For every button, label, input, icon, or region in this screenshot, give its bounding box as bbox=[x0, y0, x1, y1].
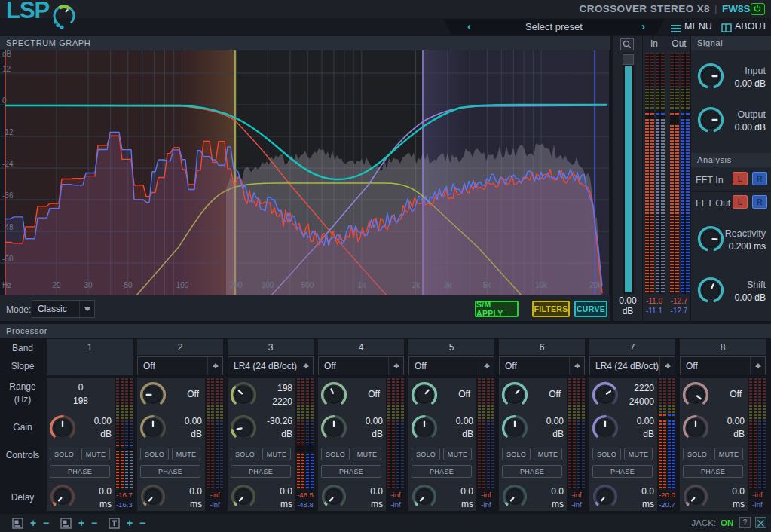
input-value: 0.00 dB bbox=[718, 78, 766, 89]
band-slope-spinner[interactable] bbox=[569, 357, 584, 375]
mode-combo[interactable]: Classic bbox=[32, 300, 95, 318]
window-scale-plus[interactable]: + bbox=[30, 517, 36, 529]
band-number: 3 bbox=[228, 342, 314, 353]
fft-out-left-button[interactable]: L bbox=[733, 195, 748, 209]
menu-icon[interactable] bbox=[671, 23, 681, 36]
band-delay-knob[interactable] bbox=[501, 483, 528, 510]
band-mute-button[interactable]: MUTE bbox=[81, 448, 110, 460]
band-range-knob[interactable] bbox=[591, 381, 620, 409]
about-button[interactable]: ABOUT bbox=[735, 21, 767, 32]
font-scale-icon[interactable] bbox=[109, 518, 120, 532]
band-delay-knob[interactable] bbox=[320, 483, 347, 510]
band-delay-unit: ms bbox=[437, 499, 473, 509]
band-slope-spinner[interactable] bbox=[388, 357, 403, 375]
preset-select[interactable]: Select preset bbox=[482, 21, 626, 32]
band-phase-button[interactable]: PHASE bbox=[140, 465, 200, 478]
sm-apply-button[interactable]: S/M APPLY bbox=[475, 301, 519, 317]
zoom-fader-handle[interactable] bbox=[623, 54, 634, 65]
band-phase-button[interactable]: PHASE bbox=[321, 465, 381, 478]
mode-combo-spinner[interactable] bbox=[79, 301, 94, 317]
band-delay-knob[interactable] bbox=[592, 483, 619, 510]
band-mute-button[interactable]: MUTE bbox=[714, 448, 743, 460]
band-delay-knob[interactable] bbox=[230, 483, 257, 510]
filters-button[interactable]: FILTERS bbox=[532, 301, 570, 317]
band-mute-button[interactable]: MUTE bbox=[443, 448, 472, 460]
band-mute-button[interactable]: MUTE bbox=[172, 448, 200, 460]
band-gain-knob[interactable] bbox=[410, 414, 439, 442]
band-phase-button[interactable]: PHASE bbox=[502, 465, 562, 478]
preset-next-button[interactable]: › bbox=[641, 20, 645, 32]
font-scale-plus[interactable]: + bbox=[127, 517, 133, 529]
spectrum-graph[interactable]: dB120-12-24-36-48-60Hz203050100200300500… bbox=[0, 50, 610, 295]
fft-in-right-button[interactable]: R bbox=[752, 172, 767, 185]
band-delay-knob[interactable] bbox=[411, 483, 438, 510]
band-slope-spinner[interactable] bbox=[479, 357, 494, 375]
ui-scale-icon[interactable] bbox=[60, 518, 72, 532]
band-range-knob[interactable] bbox=[229, 381, 258, 409]
band-gain-knob[interactable] bbox=[48, 414, 77, 442]
band-gain-knob[interactable] bbox=[320, 414, 348, 442]
band-slope-combo[interactable]: LR4 (24 dB/oct) bbox=[228, 356, 314, 375]
analysis-header: Analysis bbox=[691, 153, 771, 167]
band-slope-spinner[interactable] bbox=[207, 357, 222, 375]
band-gain-knob[interactable] bbox=[500, 414, 529, 442]
band-meter-value-left: -20.0 bbox=[656, 491, 678, 499]
band-slope-combo[interactable]: LR4 (24 dB/oct) bbox=[589, 356, 675, 375]
band-range-knob[interactable] bbox=[681, 381, 710, 409]
band-solo-button[interactable]: SOLO bbox=[321, 448, 350, 460]
ui-scale-minus[interactable]: − bbox=[91, 517, 97, 529]
band-phase-button[interactable]: PHASE bbox=[412, 465, 472, 478]
fft-in-left-button[interactable]: L bbox=[733, 172, 748, 185]
band-phase-button[interactable]: PHASE bbox=[50, 465, 110, 478]
menu-button[interactable]: MENU bbox=[684, 21, 712, 32]
band-phase-button[interactable]: PHASE bbox=[683, 465, 743, 478]
band-solo-button[interactable]: SOLO bbox=[140, 448, 169, 460]
spectrum-panel-header: SPECTRUM GRAPH bbox=[0, 36, 610, 50]
band-range-knob[interactable] bbox=[320, 381, 348, 409]
preset-prev-button[interactable]: ‹ bbox=[467, 20, 471, 32]
band-slope-spinner[interactable] bbox=[298, 357, 313, 375]
band-delay-knob[interactable] bbox=[49, 483, 76, 510]
band-solo-button[interactable]: SOLO bbox=[50, 448, 78, 460]
window-scale-icon[interactable] bbox=[12, 518, 23, 532]
band-phase-button[interactable]: PHASE bbox=[592, 465, 653, 478]
band-delay-knob[interactable] bbox=[682, 483, 709, 510]
band-solo-button[interactable]: SOLO bbox=[502, 448, 531, 460]
band-gain-knob[interactable] bbox=[229, 414, 258, 442]
band-slope-spinner[interactable] bbox=[659, 357, 675, 375]
band-gain-knob[interactable] bbox=[139, 414, 167, 442]
band-slope-combo[interactable]: Off bbox=[318, 356, 404, 375]
about-icon[interactable] bbox=[721, 22, 732, 35]
band-phase-button[interactable]: PHASE bbox=[231, 465, 291, 478]
band-solo-button[interactable]: SOLO bbox=[592, 448, 621, 460]
band-gain-knob[interactable] bbox=[681, 414, 710, 442]
font-scale-minus[interactable]: − bbox=[139, 517, 145, 529]
band-solo-button[interactable]: SOLO bbox=[412, 448, 440, 460]
band-mute-button[interactable]: MUTE bbox=[353, 448, 381, 460]
curve-button[interactable]: CURVE bbox=[574, 301, 607, 317]
band-slope-combo[interactable]: Off bbox=[680, 356, 766, 375]
band-solo-button[interactable]: SOLO bbox=[683, 448, 711, 460]
help-button[interactable]: ? bbox=[739, 517, 751, 528]
band-delay-knob[interactable] bbox=[139, 483, 167, 510]
band-slope-combo[interactable]: Off bbox=[137, 356, 223, 375]
zoom-fader-track[interactable] bbox=[623, 53, 634, 294]
band-gain-knob[interactable] bbox=[591, 414, 620, 442]
band-slope-combo[interactable]: Off bbox=[499, 356, 585, 375]
band-solo-button[interactable]: SOLO bbox=[231, 448, 259, 460]
band-mute-button[interactable]: MUTE bbox=[534, 448, 562, 460]
band-range-knob[interactable] bbox=[500, 381, 529, 409]
band-slope-spinner[interactable] bbox=[750, 357, 765, 375]
meter-out-value-right: -12.7 bbox=[666, 307, 692, 315]
band-range-knob[interactable] bbox=[410, 381, 439, 409]
power-button[interactable] bbox=[751, 3, 765, 15]
band-mute-button[interactable]: MUTE bbox=[262, 448, 291, 460]
window-scale-minus[interactable]: − bbox=[43, 517, 49, 529]
band-range-knob[interactable] bbox=[139, 381, 167, 409]
ui-scale-plus[interactable]: + bbox=[78, 517, 84, 529]
band-mute-button[interactable]: MUTE bbox=[624, 448, 653, 460]
disconnect-icon[interactable] bbox=[755, 517, 766, 528]
zoom-icon[interactable] bbox=[620, 38, 634, 50]
band-slope-combo[interactable]: Off bbox=[408, 356, 494, 375]
fft-out-right-button[interactable]: R bbox=[752, 195, 767, 209]
